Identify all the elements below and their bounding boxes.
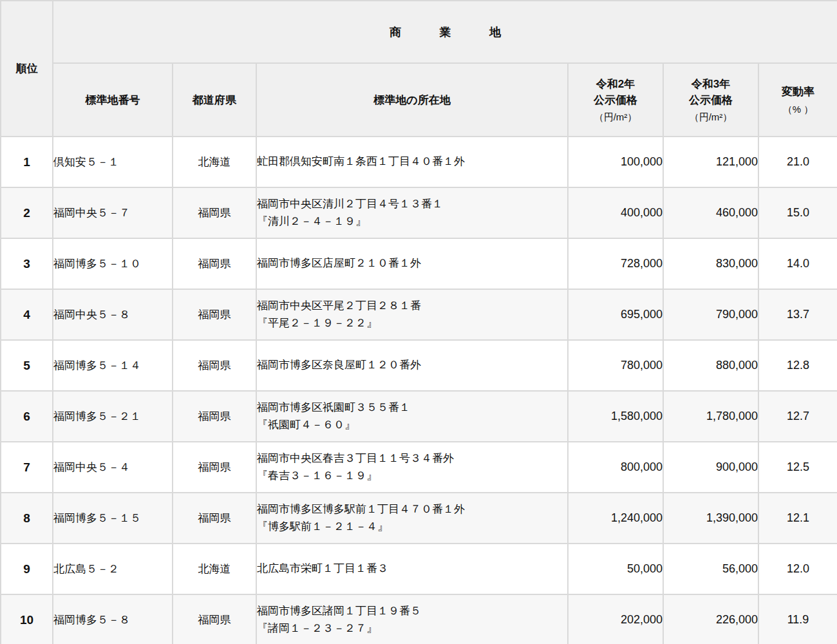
table-row: 8 福岡博多５－１５ 福岡県 福岡市博多区博多駅前１丁目４７０番１外 『博多駅前… [1,493,837,544]
header-price-reiwa2-unit: （円/m²） [569,111,663,123]
prefecture-cell: 福岡県 [173,187,256,238]
price-reiwa2-cell: 1,240,000 [568,493,663,544]
header-price-reiwa3-year: 令和3年 [664,77,758,93]
table-row: 3 福岡博多５－１０ 福岡県 福岡市博多区店屋町２１０番１外 728,000 8… [1,238,837,289]
header-price-reiwa2: 令和2年 公示価格 （円/m²） [568,63,663,137]
price-reiwa3-cell: 830,000 [663,238,758,289]
location-line-1: 福岡市博多区奈良屋町１２０番外 [257,357,567,374]
header-price-reiwa2-label: 公示価格 [569,93,663,109]
site-number-cell: 福岡中央５－４ [53,442,173,493]
location-line-2: 『諸岡１－２３－２７』 [257,620,567,637]
rank-cell: 1 [1,137,53,187]
rank-cell: 7 [1,442,53,493]
location-line-1: 福岡市博多区諸岡１丁目１９番５ [257,603,567,620]
header-price-reiwa3: 令和3年 公示価格 （円/m²） [663,63,758,137]
change-rate-cell: 13.7 [758,289,837,340]
location-cell: 福岡市博多区店屋町２１０番１外 [256,238,568,289]
location-line-1: 福岡市博多区博多駅前１丁目４７０番１外 [257,501,567,518]
table-row: 4 福岡中央５－８ 福岡県 福岡市中央区平尾２丁目２８１番 『平尾２－１９－２２… [1,289,837,340]
location-line-2: 『博多駅前１－２１－４』 [257,518,567,535]
table-header: 順位 商 業 地 標準地番号 都道府県 標準地の所在地 令和2年 公示価格 （円… [1,1,837,137]
price-reiwa2-cell: 728,000 [568,238,663,289]
location-cell: 福岡市中央区清川２丁目４号１３番１ 『清川２－４－１９』 [256,187,568,238]
table-row: 6 福岡博多５－２１ 福岡県 福岡市博多区祇園町３５５番１ 『祇園町４－６０』 … [1,391,837,442]
location-line-2: 『清川２－４－１９』 [257,213,567,230]
header-location: 標準地の所在地 [256,63,568,137]
prefecture-cell: 福岡県 [173,594,256,644]
prefecture-cell: 北海道 [173,544,256,594]
rank-cell: 5 [1,340,53,391]
location-line-2: 『祇園町４－６０』 [257,417,567,433]
price-reiwa2-cell: 780,000 [568,340,663,391]
change-rate-cell: 15.0 [758,187,837,238]
header-change-rate-label: 変動率 [759,84,837,100]
rank-cell: 9 [1,544,53,594]
table-row: 1 倶知安５－１ 北海道 虻田郡倶知安町南１条西１丁目４０番１外 100,000… [1,137,837,187]
price-reiwa2-cell: 695,000 [568,289,663,340]
price-reiwa3-cell: 900,000 [663,442,758,493]
prefecture-cell: 福岡県 [173,391,256,442]
prefecture-cell: 福岡県 [173,238,256,289]
change-rate-cell: 12.5 [758,442,837,493]
rank-cell: 10 [1,594,53,644]
price-reiwa3-cell: 226,000 [663,594,758,644]
location-cell: 福岡市中央区平尾２丁目２８１番 『平尾２－１９－２２』 [256,289,568,340]
price-reiwa3-cell: 121,000 [663,137,758,187]
header-site-number: 標準地番号 [53,63,173,137]
location-line-1: 福岡市中央区平尾２丁目２８１番 [257,298,567,314]
change-rate-cell: 12.8 [758,340,837,391]
price-reiwa3-cell: 1,390,000 [663,493,758,544]
price-reiwa2-cell: 50,000 [568,544,663,594]
price-reiwa2-cell: 400,000 [568,187,663,238]
site-number-cell: 福岡博多５－１５ [53,493,173,544]
header-price-reiwa3-unit: （円/m²） [664,111,758,123]
site-number-cell: 福岡博多５－８ [53,594,173,644]
price-reiwa2-cell: 1,580,000 [568,391,663,442]
table-row: 10 福岡博多５－８ 福岡県 福岡市博多区諸岡１丁目１９番５ 『諸岡１－２３－２… [1,594,837,644]
change-rate-cell: 12.7 [758,391,837,442]
location-cell: 福岡市博多区諸岡１丁目１９番５ 『諸岡１－２３－２７』 [256,594,568,644]
location-cell: 福岡市博多区博多駅前１丁目４７０番１外 『博多駅前１－２１－４』 [256,493,568,544]
location-line-2: 『平尾２－１９－２２』 [257,315,567,332]
location-line-1: 虻田郡倶知安町南１条西１丁目４０番１外 [257,153,567,170]
header-rank: 順位 [1,1,53,137]
price-reiwa3-cell: 460,000 [663,187,758,238]
location-cell: 虻田郡倶知安町南１条西１丁目４０番１外 [256,137,568,187]
prefecture-cell: 北海道 [173,137,256,187]
location-line-1: 福岡市博多区店屋町２１０番１外 [257,255,567,272]
change-rate-cell: 14.0 [758,238,837,289]
table-row: 9 北広島５－２ 北海道 北広島市栄町１丁目１番３ 50,000 56,000 … [1,544,837,594]
rank-cell: 3 [1,238,53,289]
site-number-cell: 北広島５－２ [53,544,173,594]
prefecture-cell: 福岡県 [173,289,256,340]
change-rate-cell: 11.9 [758,594,837,644]
site-number-cell: 福岡博多５－１０ [53,238,173,289]
price-reiwa3-cell: 790,000 [663,289,758,340]
rank-cell: 6 [1,391,53,442]
site-number-cell: 福岡中央５－８ [53,289,173,340]
header-row-columns: 標準地番号 都道府県 標準地の所在地 令和2年 公示価格 （円/m²） 令和3年… [1,63,837,137]
price-reiwa2-cell: 800,000 [568,442,663,493]
commercial-land-price-table: 順位 商 業 地 標準地番号 都道府県 標準地の所在地 令和2年 公示価格 （円… [0,0,837,644]
location-line-1: 北広島市栄町１丁目１番３ [257,560,567,577]
rank-cell: 8 [1,493,53,544]
location-line-2: 『春吉３－１６－１９』 [257,468,567,484]
header-row-group: 順位 商 業 地 [1,1,837,63]
header-price-reiwa2-year: 令和2年 [569,77,663,93]
site-number-cell: 福岡博多５－１４ [53,340,173,391]
header-change-rate: 変動率 （% ） [758,63,837,137]
location-line-1: 福岡市中央区清川２丁目４号１３番１ [257,196,567,213]
table-row: 5 福岡博多５－１４ 福岡県 福岡市博多区奈良屋町１２０番外 780,000 8… [1,340,837,391]
site-number-cell: 福岡中央５－７ [53,187,173,238]
change-rate-cell: 21.0 [758,137,837,187]
price-reiwa3-cell: 880,000 [663,340,758,391]
price-reiwa3-cell: 56,000 [663,544,758,594]
prefecture-cell: 福岡県 [173,340,256,391]
location-cell: 福岡市博多区祇園町３５５番１ 『祇園町４－６０』 [256,391,568,442]
header-change-rate-unit: （% ） [759,104,837,115]
rank-cell: 2 [1,187,53,238]
price-reiwa2-cell: 100,000 [568,137,663,187]
rank-cell: 4 [1,289,53,340]
site-number-cell: 倶知安５－１ [53,137,173,187]
prefecture-cell: 福岡県 [173,442,256,493]
